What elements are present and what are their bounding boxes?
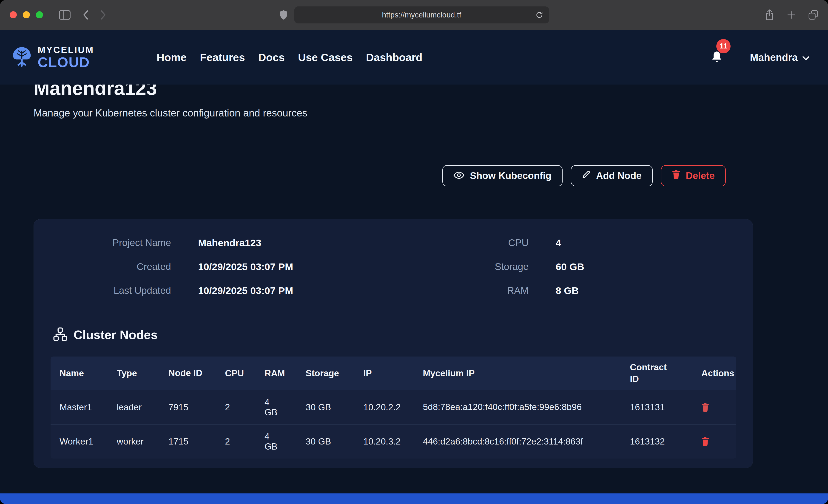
brand-wordmark: MYCELIUM CLOUD: [38, 45, 94, 69]
cell-contract-id: 1613132: [621, 424, 693, 459]
detail-row: Created 10/29/2025 03:07 PM: [34, 255, 367, 279]
footer-strip: [0, 494, 828, 504]
reload-icon[interactable]: [535, 11, 543, 19]
col-header-name: Name: [50, 356, 108, 390]
detail-row: Last Updated 10/29/2025 03:07 PM: [34, 279, 367, 302]
nav-item-dashboard[interactable]: Dashboard: [366, 51, 423, 64]
table-row: Master1 leader 7915 2 4 GB 30 GB 10.20.2…: [50, 390, 736, 424]
nodes-table: Name Type Node ID CPU RAM Storage IP Myc…: [50, 356, 736, 459]
nav-item-home[interactable]: Home: [157, 51, 187, 64]
cluster-nodes-title: Cluster Nodes: [74, 328, 158, 342]
cell-type: leader: [108, 390, 160, 424]
notification-badge: 11: [716, 39, 731, 53]
detail-value: 60 GB: [556, 261, 584, 272]
delete-node-button[interactable]: [701, 437, 709, 446]
nav-item-docs[interactable]: Docs: [258, 51, 285, 64]
browser-window: https://myceliumcloud.tf: [0, 0, 828, 504]
cell-name: Worker1: [50, 424, 108, 459]
share-icon[interactable]: [765, 9, 774, 21]
address-bar[interactable]: https://myceliumcloud.tf: [294, 6, 549, 24]
table-row: Worker1 worker 1715 2 4 GB 30 GB 10.20.3…: [50, 424, 736, 459]
detail-value: 4: [556, 237, 561, 249]
mycelium-tree-icon: [11, 46, 33, 69]
detail-row: RAM 8 GB: [367, 279, 753, 302]
cell-type: worker: [108, 424, 160, 459]
detail-label: Last Updated: [34, 285, 171, 296]
chevron-down-icon: [802, 52, 810, 63]
col-header-type: Type: [108, 356, 160, 390]
cell-storage: 30 GB: [297, 390, 355, 424]
col-header-node-id: Node ID: [160, 356, 216, 390]
window-close-button[interactable]: [10, 11, 17, 18]
detail-row: CPU 4: [367, 231, 753, 255]
nav-item-use-cases[interactable]: Use Cases: [298, 51, 353, 64]
col-header-actions: Actions: [693, 356, 736, 390]
pencil-icon: [582, 170, 591, 181]
detail-value: 10/29/2025 03:07 PM: [198, 261, 293, 272]
cell-actions: [693, 424, 736, 459]
eye-icon: [453, 170, 464, 181]
table-header-row: Name Type Node ID CPU RAM Storage IP Myc…: [50, 356, 736, 390]
window-minimize-button[interactable]: [23, 11, 30, 18]
page: Mahendra123 Manage your Kubernetes clust…: [0, 30, 828, 504]
nav-links: Home Features Docs Use Cases Dashboard: [157, 51, 422, 64]
nav-item-features[interactable]: Features: [200, 51, 245, 64]
col-header-mycelium-ip: Mycelium IP: [414, 356, 621, 390]
cell-contract-id: 1613131: [621, 390, 693, 424]
nodes-hierarchy-icon: [53, 327, 67, 342]
detail-row: Storage 60 GB: [367, 255, 753, 279]
window-zoom-button[interactable]: [36, 11, 43, 18]
cell-ram: 4 GB: [255, 424, 297, 459]
detail-label: RAM: [367, 285, 529, 296]
detail-value: 10/29/2025 03:07 PM: [198, 285, 293, 296]
detail-value: 8 GB: [556, 285, 579, 296]
col-header-ip: IP: [355, 356, 414, 390]
cell-ip: 10.20.3.2: [355, 424, 414, 459]
col-header-contract-id: Contract ID: [621, 356, 693, 390]
page-subtitle: Manage your Kubernetes cluster configura…: [34, 107, 307, 119]
brand-logo[interactable]: MYCELIUM CLOUD: [11, 45, 94, 69]
cell-ip: 10.20.2.2: [355, 390, 414, 424]
cell-storage: 30 GB: [297, 424, 355, 459]
cell-ram: 4 GB: [255, 390, 297, 424]
detail-label: Project Name: [34, 237, 171, 248]
user-menu[interactable]: Mahendra: [750, 52, 810, 63]
cell-node-id: 7915: [160, 390, 216, 424]
cell-name: Master1: [50, 390, 108, 424]
back-icon[interactable]: [83, 10, 88, 20]
browser-toolbar: https://myceliumcloud.tf: [0, 0, 828, 30]
cluster-details: Project Name Mahendra123 Created 10/29/2…: [34, 219, 753, 302]
notifications-button[interactable]: 11: [711, 50, 723, 64]
col-header-ram: RAM: [255, 356, 297, 390]
privacy-shield-icon[interactable]: [279, 10, 288, 20]
cell-node-id: 1715: [160, 424, 216, 459]
detail-label: Created: [34, 261, 171, 272]
cell-cpu: 2: [216, 424, 255, 459]
site-navbar: MYCELIUM CLOUD Home Features Docs Use Ca…: [0, 30, 828, 85]
forward-icon: [100, 10, 107, 20]
delete-cluster-button[interactable]: Delete: [661, 165, 726, 186]
cell-mycelium-ip: 446:d2a6:8bcd:8c16:ff0f:72e2:3114:863f: [414, 424, 621, 459]
delete-node-button[interactable]: [701, 403, 709, 412]
cluster-actions: Show Kubeconfig Add Node Delete: [442, 165, 726, 186]
detail-row: Project Name Mahendra123: [34, 231, 367, 255]
user-name: Mahendra: [750, 52, 798, 63]
col-header-cpu: CPU: [216, 356, 255, 390]
add-node-button[interactable]: Add Node: [571, 165, 653, 186]
col-header-storage: Storage: [297, 356, 355, 390]
url-text: https://myceliumcloud.tf: [382, 10, 461, 19]
tabs-overview-icon[interactable]: [808, 10, 818, 20]
sidebar-toggle-icon[interactable]: [59, 10, 71, 20]
detail-value: Mahendra123: [198, 237, 261, 249]
detail-label: CPU: [367, 237, 529, 248]
cluster-nodes-heading: Cluster Nodes: [53, 327, 158, 342]
new-tab-icon[interactable]: [787, 10, 796, 19]
cell-mycelium-ip: 5d8:78ea:a120:f40c:ff0f:a5fe:99e6:8b96: [414, 390, 621, 424]
detail-label: Storage: [367, 261, 529, 272]
trash-icon: [672, 170, 680, 182]
cell-cpu: 2: [216, 390, 255, 424]
cell-actions: [693, 390, 736, 424]
show-kubeconfig-button[interactable]: Show Kubeconfig: [442, 165, 563, 186]
cluster-card: Project Name Mahendra123 Created 10/29/2…: [34, 219, 753, 468]
